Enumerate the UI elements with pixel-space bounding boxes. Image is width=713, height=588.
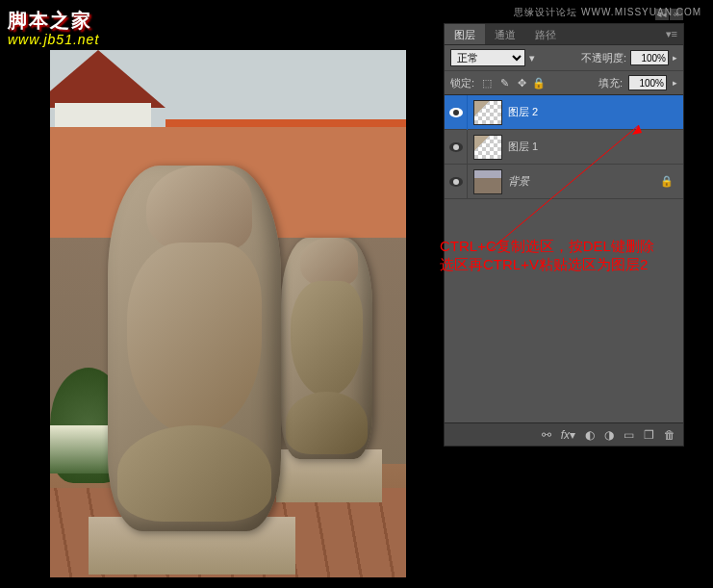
watermark-top-left: 脚本之家 www.jb51.net bbox=[8, 8, 99, 47]
tab-channels[interactable]: 通道 bbox=[485, 24, 525, 44]
lock-pixels-icon[interactable]: ✎ bbox=[497, 76, 511, 89]
layers-list: 图层 2 图层 1 背景 🔒 bbox=[445, 95, 683, 199]
lock-fill-row: 锁定: ⬚ ✎ ✥ 🔒 填充: ▸ bbox=[445, 71, 683, 95]
eye-icon bbox=[449, 177, 463, 187]
opacity-label: 不透明度: bbox=[581, 51, 626, 65]
layer-row[interactable]: 图层 2 bbox=[445, 95, 683, 130]
eye-icon bbox=[449, 108, 463, 117]
layer-thumbnail[interactable] bbox=[473, 100, 502, 125]
layer-group-icon[interactable]: ▭ bbox=[624, 428, 634, 442]
fill-label: 填充: bbox=[598, 76, 623, 90]
lock-icon: 🔒 bbox=[660, 175, 674, 188]
blend-opacity-row: 正常 ▾ 不透明度: ▸ bbox=[445, 45, 683, 71]
scene-statue-back bbox=[281, 238, 372, 459]
lock-label: 锁定: bbox=[450, 76, 474, 90]
document-canvas[interactable] bbox=[50, 50, 406, 577]
scene-statue-front bbox=[108, 166, 281, 531]
tab-paths[interactable]: 路径 bbox=[525, 24, 566, 44]
lock-transparency-icon[interactable]: ⬚ bbox=[480, 76, 494, 89]
annotation-line-2: 选区再CTRL+V粘贴选区为图层2 bbox=[440, 255, 680, 273]
layer-thumbnail[interactable] bbox=[473, 169, 502, 194]
panel-footer: ⚯ fx▾ ◐ ◑ ▭ ❐ 🗑 bbox=[445, 422, 683, 446]
tab-layers[interactable]: 图层 bbox=[445, 24, 485, 44]
lock-position-icon[interactable]: ✥ bbox=[515, 76, 528, 89]
fill-input[interactable] bbox=[628, 75, 667, 90]
panel-menu-icon[interactable]: ▾≡ bbox=[660, 24, 683, 44]
layer-thumbnail[interactable] bbox=[473, 135, 502, 160]
layer-name-label[interactable]: 图层 2 bbox=[508, 105, 538, 119]
layer-name-label[interactable]: 图层 1 bbox=[508, 140, 538, 154]
watermark-cn-text: 脚本之家 bbox=[8, 8, 99, 34]
adjustment-layer-icon[interactable]: ◑ bbox=[604, 428, 614, 442]
layer-mask-icon[interactable]: ◐ bbox=[585, 428, 595, 442]
layer-visibility-toggle[interactable] bbox=[445, 130, 468, 165]
new-layer-icon[interactable]: ❐ bbox=[644, 428, 654, 442]
layer-row[interactable]: 图层 1 bbox=[445, 130, 683, 165]
blend-dropdown-icon[interactable]: ▾ bbox=[529, 52, 535, 64]
annotation-line-1: CTRL+C复制选区，按DEL键删除 bbox=[440, 237, 680, 255]
layer-name-label[interactable]: 背景 bbox=[508, 174, 529, 189]
panel-tabs: 图层 通道 路径 ▾≡ bbox=[445, 24, 683, 45]
fill-flyout-icon[interactable]: ▸ bbox=[673, 78, 677, 88]
layer-row[interactable]: 背景 🔒 bbox=[445, 165, 683, 199]
link-layers-icon[interactable]: ⚯ bbox=[542, 428, 551, 442]
blend-mode-select[interactable]: 正常 bbox=[450, 49, 525, 66]
eye-icon bbox=[449, 142, 463, 152]
layer-visibility-toggle[interactable] bbox=[445, 95, 468, 130]
layer-visibility-toggle[interactable] bbox=[445, 165, 468, 199]
layer-fx-icon[interactable]: fx▾ bbox=[561, 428, 575, 442]
layers-panel: ◂◂ × 图层 通道 路径 ▾≡ 正常 ▾ 不透明度: ▸ 锁定: ⬚ ✎ ✥ … bbox=[444, 23, 684, 447]
watermark-top-right: 思缘设计论坛 WWW.MISSYUAN.COM bbox=[514, 6, 701, 19]
delete-layer-icon[interactable]: 🗑 bbox=[664, 428, 675, 442]
opacity-input[interactable] bbox=[630, 50, 669, 65]
annotation-text: CTRL+C复制选区，按DEL键删除 选区再CTRL+V粘贴选区为图层2 bbox=[440, 237, 680, 273]
lock-all-icon[interactable]: 🔒 bbox=[532, 76, 546, 89]
opacity-flyout-icon[interactable]: ▸ bbox=[673, 53, 677, 63]
watermark-en-text: www.jb51.net bbox=[8, 32, 99, 47]
